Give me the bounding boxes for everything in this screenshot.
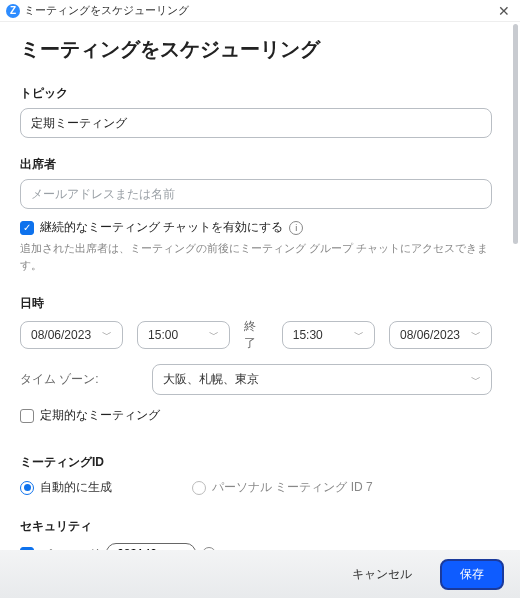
attendees-input[interactable] xyxy=(20,179,492,209)
end-time-select[interactable]: 15:30 ﹀ xyxy=(282,321,375,349)
passcode-input[interactable] xyxy=(106,543,196,550)
attendees-label: 出席者 xyxy=(20,156,492,173)
scrollbar-thumb[interactable] xyxy=(513,24,518,244)
end-label: 終了 xyxy=(244,318,267,352)
persistent-chat-help: 追加された出席者は、ミーティングの前後にミーティング グループ チャットにアクセ… xyxy=(20,240,492,273)
window-title: ミーティングをスケジューリング xyxy=(24,3,189,18)
app-logo-icon: Z xyxy=(6,4,20,18)
meeting-id-auto-label: 自動的に生成 xyxy=(40,479,112,496)
end-time-value: 15:30 xyxy=(293,328,323,342)
recurring-label: 定期的なミーティング xyxy=(40,407,160,424)
page-title: ミーティングをスケジューリング xyxy=(20,36,492,63)
info-icon[interactable]: i xyxy=(289,221,303,235)
end-date-value: 08/06/2023 xyxy=(400,328,460,342)
meeting-id-label: ミーティングID xyxy=(20,454,492,471)
persistent-chat-checkbox[interactable] xyxy=(20,221,34,235)
titlebar: Z ミーティングをスケジューリング ✕ xyxy=(0,0,520,22)
timezone-value: 大阪、札幌、東京 xyxy=(163,371,259,388)
topic-input[interactable] xyxy=(20,108,492,138)
save-button[interactable]: 保存 xyxy=(440,559,504,590)
topic-label: トピック xyxy=(20,85,492,102)
end-date-select[interactable]: 08/06/2023 ﹀ xyxy=(389,321,492,349)
persistent-chat-label: 継続的なミーティング チャットを有効にする xyxy=(40,219,283,236)
start-time-value: 15:00 xyxy=(148,328,178,342)
chevron-down-icon: ﹀ xyxy=(209,328,219,342)
meeting-id-auto-radio[interactable] xyxy=(20,481,34,495)
timezone-label: タイム ゾーン: xyxy=(20,371,140,388)
chevron-down-icon: ﹀ xyxy=(471,373,481,387)
meeting-id-personal-radio[interactable] xyxy=(192,481,206,495)
chevron-down-icon: ﹀ xyxy=(471,328,481,342)
security-label: セキュリティ xyxy=(20,518,492,535)
recurring-checkbox[interactable] xyxy=(20,409,34,423)
meeting-id-personal-label: パーソナル ミーティング ID 7 xyxy=(212,479,373,496)
start-date-select[interactable]: 08/06/2023 ﹀ xyxy=(20,321,123,349)
scroll-area: ミーティングをスケジューリング トピック 出席者 継続的なミーティング チャット… xyxy=(0,22,512,550)
chevron-down-icon: ﹀ xyxy=(354,328,364,342)
close-icon[interactable]: ✕ xyxy=(494,3,514,19)
chevron-down-icon: ﹀ xyxy=(102,328,112,342)
start-date-value: 08/06/2023 xyxy=(31,328,91,342)
start-time-select[interactable]: 15:00 ﹀ xyxy=(137,321,230,349)
cancel-button[interactable]: キャンセル xyxy=(336,560,428,589)
footer: キャンセル 保存 xyxy=(0,550,520,598)
timezone-select[interactable]: 大阪、札幌、東京 ﹀ xyxy=(152,364,492,395)
datetime-label: 日時 xyxy=(20,295,492,312)
